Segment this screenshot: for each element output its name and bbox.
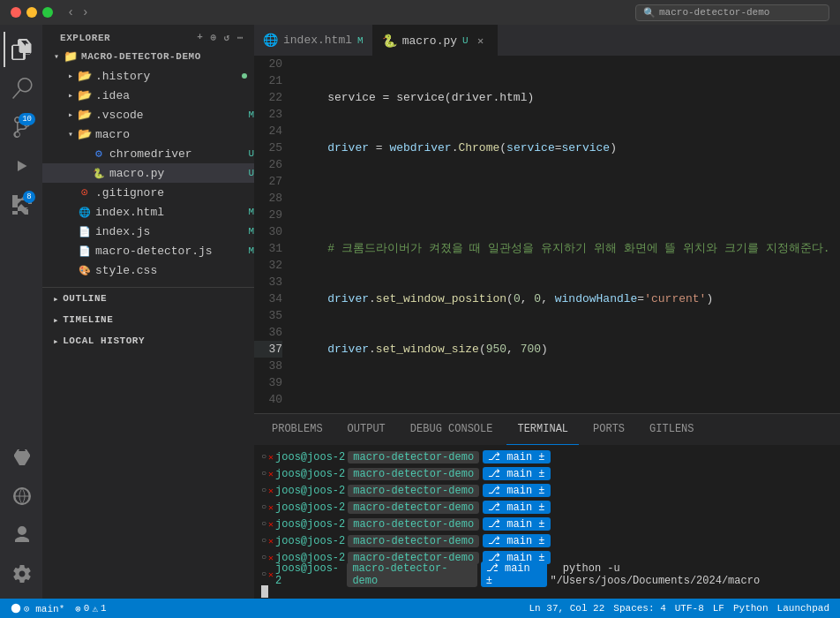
tab-output[interactable]: OUTPUT bbox=[337, 414, 396, 445]
terminal-cursor bbox=[261, 585, 268, 598]
testing-icon[interactable] bbox=[4, 440, 39, 475]
code-editor[interactable]: 20 21 22 23 24 25 26 27 28 29 30 31 32 3… bbox=[254, 56, 840, 413]
status-errors[interactable]: ⊗ 0 ⚠ 1 bbox=[71, 599, 109, 618]
tab-macropy[interactable]: 🐍 macro.py U ✕ bbox=[373, 25, 498, 56]
settings-icon[interactable] bbox=[4, 556, 39, 592]
sidebar-item-gitignore[interactable]: ▸ ⊙ .gitignore bbox=[42, 183, 254, 202]
nav-back-button[interactable]: ‹ bbox=[67, 5, 74, 19]
run-icon[interactable] bbox=[4, 148, 39, 184]
extensions-icon[interactable]: 8 bbox=[4, 187, 39, 222]
status-errors-icon: ⊗ bbox=[75, 603, 81, 614]
timeline-chevron: ▸ bbox=[53, 314, 59, 326]
line-num-21: 21 bbox=[254, 72, 282, 89]
tab-debug-console[interactable]: DEBUG CONSOLE bbox=[400, 414, 504, 445]
titlebar: ‹ › 🔍 macro-detector-demo bbox=[0, 0, 840, 25]
sidebar-item-history[interactable]: ▸ 📂 .history bbox=[42, 66, 254, 86]
term-repo-2: macro-detector-demo bbox=[348, 468, 479, 480]
line-num-26: 26 bbox=[254, 156, 282, 173]
term-user-2: joos@joos-2 bbox=[275, 468, 345, 480]
source-control-icon[interactable]: 10 bbox=[4, 109, 39, 145]
timeline-section[interactable]: ▸ TIMELINE bbox=[42, 309, 254, 330]
collapse-icon[interactable]: ⋯ bbox=[237, 32, 244, 43]
term-branch-6: ⎇ main ± bbox=[483, 534, 550, 547]
refresh-icon[interactable]: ↺ bbox=[224, 32, 230, 43]
sidebar-item-macro-folder[interactable]: ▾ 📂 macro bbox=[42, 124, 254, 144]
indexjs-badge: M bbox=[248, 226, 254, 237]
remote-icon[interactable] bbox=[4, 479, 39, 514]
x-icon-1: ✕ bbox=[268, 452, 274, 463]
terminal-content[interactable]: ○ ✕ joos@joos-2 macro-detector-demo ⎇ ma… bbox=[254, 445, 840, 599]
history-folder-icon: 📂 bbox=[78, 69, 92, 83]
code-content[interactable]: service = service(driver.html) driver = … bbox=[293, 56, 840, 413]
tabs-bar: 🌐 index.html M 🐍 macro.py U ✕ bbox=[254, 25, 840, 56]
tab-problems[interactable]: PROBLEMS bbox=[261, 414, 334, 445]
status-eol-label: LF bbox=[713, 603, 724, 614]
sidebar-item-chromedriver[interactable]: ▸ ⚙ chromedriver U bbox=[42, 144, 254, 163]
sidebar-item-indexjs[interactable]: ▸ 📄 index.js M bbox=[42, 222, 254, 241]
stylecss-label: style.css bbox=[95, 264, 254, 277]
status-right-items: Ln 37, Col 22 Spaces: 4 UTF-8 LF Python … bbox=[526, 603, 834, 614]
indexhtml-label: index.html bbox=[95, 206, 244, 219]
tab-gitlens-label: GITLENS bbox=[649, 423, 694, 435]
status-eol[interactable]: LF bbox=[709, 603, 728, 614]
tab-terminal[interactable]: TERMINAL bbox=[506, 414, 579, 445]
macrodetectorjs-file-icon: 📄 bbox=[78, 244, 92, 258]
status-line-col[interactable]: Ln 37, Col 22 bbox=[526, 603, 609, 614]
gitignore-file-icon: ⊙ bbox=[78, 185, 92, 200]
gitignore-label: .gitignore bbox=[95, 186, 254, 200]
sidebar-item-macropy[interactable]: ▸ 🐍 macro.py U bbox=[42, 163, 254, 183]
activity-bar: 10 8 bbox=[0, 25, 42, 599]
search-icon[interactable] bbox=[4, 71, 39, 106]
term-user-1: joos@joos-2 bbox=[275, 451, 345, 464]
macro-folder-icon: 📂 bbox=[78, 127, 92, 141]
x-icon-7: ✕ bbox=[268, 553, 274, 563]
tab-indexhtml-modified: M bbox=[357, 35, 364, 46]
history-label: .history bbox=[95, 70, 242, 83]
tab-ports[interactable]: PORTS bbox=[582, 414, 635, 445]
tab-indexhtml[interactable]: 🌐 index.html M bbox=[254, 25, 373, 56]
code-line-21: driver = webdriver.Chrome(service=servic… bbox=[300, 139, 840, 156]
root-label: MACRO-DETECTOR-DEMO bbox=[81, 51, 254, 62]
new-file-icon[interactable]: + bbox=[197, 32, 203, 43]
status-encoding[interactable]: UTF-8 bbox=[671, 603, 708, 614]
indexhtml-badge: M bbox=[248, 207, 254, 217]
line-num-34: 34 bbox=[254, 290, 282, 307]
sidebar-item-indexhtml[interactable]: ▸ 🌐 index.html M bbox=[42, 202, 254, 222]
line-num-32: 32 bbox=[254, 257, 282, 274]
line-num-25: 25 bbox=[254, 139, 282, 156]
nav-forward-button[interactable]: › bbox=[81, 5, 88, 19]
indexjs-file-icon: 📄 bbox=[78, 224, 92, 238]
circle-icon-4: ○ bbox=[261, 502, 266, 512]
tab-close-button[interactable]: ✕ bbox=[474, 34, 488, 48]
code-line-20: service = service(driver.html) bbox=[300, 89, 840, 106]
line-num-29: 29 bbox=[254, 207, 282, 223]
circle-icon-7: ○ bbox=[261, 553, 266, 562]
close-button[interactable] bbox=[11, 7, 21, 18]
status-launchpad[interactable]: Launchpad bbox=[774, 603, 833, 614]
status-warnings-icon: ⚠ bbox=[92, 603, 98, 614]
circle-icon-8: ○ bbox=[261, 569, 266, 579]
status-language[interactable]: Python bbox=[730, 603, 772, 614]
accounts-icon[interactable] bbox=[4, 517, 39, 553]
sidebar-item-stylecss[interactable]: ▸ 🎨 style.css bbox=[42, 260, 254, 280]
minimize-button[interactable] bbox=[26, 7, 37, 18]
search-bar[interactable]: 🔍 macro-detector-demo bbox=[635, 4, 829, 21]
term-user-6: joos@joos-2 bbox=[275, 535, 345, 547]
macropy-label: macro.py bbox=[109, 167, 244, 180]
maximize-button[interactable] bbox=[42, 7, 53, 18]
status-spaces[interactable]: Spaces: 4 bbox=[610, 603, 669, 614]
stylecss-file-icon: 🎨 bbox=[78, 263, 92, 277]
sidebar-item-vscode[interactable]: ▸ 📂 .vscode M bbox=[42, 105, 254, 124]
explorer-icon[interactable] bbox=[4, 32, 39, 67]
new-folder-icon[interactable]: ⊕ bbox=[210, 32, 216, 43]
sidebar-item-idea[interactable]: ▸ 📂 .idea bbox=[42, 86, 254, 105]
status-remote[interactable]: ⊙ main* bbox=[7, 599, 68, 618]
outline-section[interactable]: ▸ OUTLINE bbox=[42, 288, 254, 309]
root-folder[interactable]: ▾ 📁 MACRO-DETECTOR-DEMO bbox=[42, 47, 254, 66]
window-controls bbox=[11, 7, 53, 18]
line-num-37: 37 bbox=[254, 341, 282, 358]
tab-gitlens[interactable]: GITLENS bbox=[639, 414, 704, 445]
local-history-section[interactable]: ▸ LOCAL HISTORY bbox=[42, 330, 254, 351]
sidebar-header-icons: + ⊕ ↺ ⋯ bbox=[197, 32, 244, 43]
sidebar-item-macrodetectorjs[interactable]: ▸ 📄 macro-detector.js M bbox=[42, 241, 254, 260]
